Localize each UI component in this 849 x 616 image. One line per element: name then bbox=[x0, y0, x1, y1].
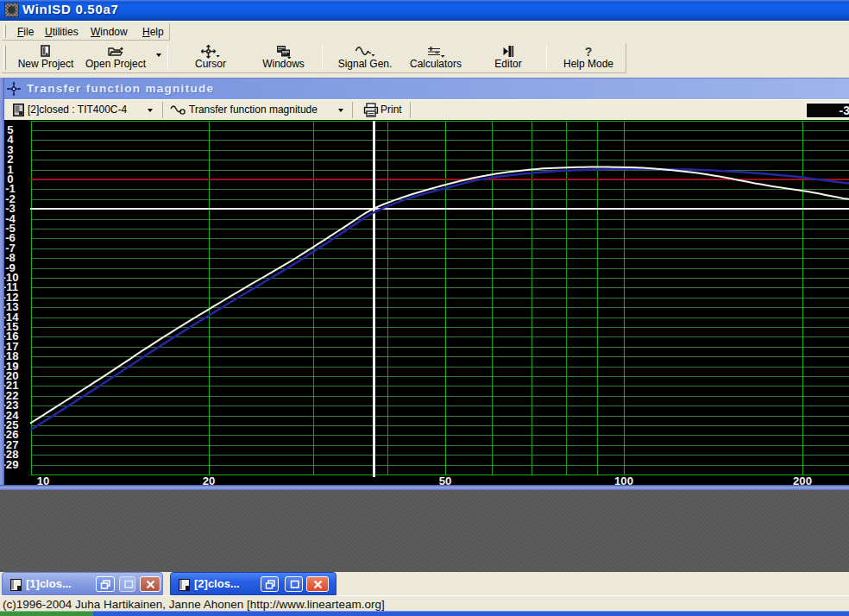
svg-text:100: 100 bbox=[614, 475, 633, 485]
svg-text:10: 10 bbox=[37, 475, 50, 485]
svg-text:200: 200 bbox=[793, 475, 812, 485]
svg-text:?: ? bbox=[585, 45, 593, 59]
svg-text:-29: -29 bbox=[2, 458, 18, 471]
svg-text:50: 50 bbox=[439, 475, 452, 485]
svg-text:20: 20 bbox=[203, 475, 216, 485]
